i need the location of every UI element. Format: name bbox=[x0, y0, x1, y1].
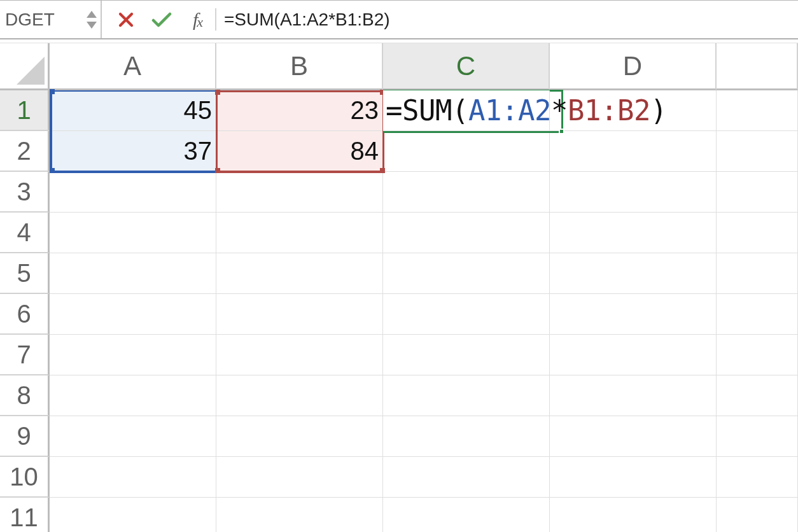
cell-C1[interactable]: =SUM(A1:A2*B1:B2) bbox=[383, 90, 550, 131]
fx-label[interactable]: fx bbox=[179, 1, 215, 38]
cell-D2[interactable] bbox=[550, 131, 717, 172]
cell[interactable] bbox=[50, 335, 216, 375]
cell[interactable] bbox=[550, 294, 717, 335]
column-headers: A B C D bbox=[50, 43, 798, 90]
cell[interactable] bbox=[216, 416, 383, 457]
column-header[interactable]: D bbox=[550, 43, 717, 90]
cell[interactable] bbox=[550, 416, 717, 457]
cell[interactable] bbox=[717, 253, 798, 294]
name-box-value: DGET bbox=[5, 10, 55, 30]
formula-input[interactable]: =SUM(A1:A2*B1:B2) bbox=[216, 1, 798, 38]
table-row bbox=[50, 294, 798, 335]
cell[interactable] bbox=[50, 375, 216, 416]
cell[interactable] bbox=[216, 498, 383, 532]
cell[interactable] bbox=[383, 213, 550, 253]
cell[interactable] bbox=[216, 213, 383, 253]
cell[interactable] bbox=[383, 335, 550, 375]
select-all-corner[interactable] bbox=[0, 43, 50, 90]
cell-B1[interactable]: 23 bbox=[216, 90, 383, 131]
cell[interactable] bbox=[717, 335, 798, 375]
column-header[interactable] bbox=[717, 43, 798, 90]
row-header[interactable]: 3 bbox=[0, 172, 50, 213]
chevron-up-icon[interactable] bbox=[87, 11, 97, 18]
cell[interactable] bbox=[216, 457, 383, 498]
enter-button[interactable] bbox=[144, 1, 179, 38]
cell[interactable] bbox=[50, 213, 216, 253]
cell[interactable] bbox=[50, 172, 216, 213]
cell[interactable] bbox=[50, 498, 216, 532]
name-box-stepper[interactable] bbox=[87, 11, 97, 29]
cell-B2[interactable]: 84 bbox=[216, 131, 383, 172]
cell[interactable] bbox=[216, 294, 383, 335]
cell[interactable] bbox=[550, 498, 717, 532]
table-row bbox=[50, 213, 798, 253]
table-row: 37 84 bbox=[50, 131, 798, 172]
chevron-down-icon[interactable] bbox=[87, 22, 97, 29]
check-icon bbox=[151, 11, 172, 29]
row-header[interactable]: 8 bbox=[0, 375, 50, 416]
cell[interactable] bbox=[717, 213, 798, 253]
cell[interactable] bbox=[50, 294, 216, 335]
column-header[interactable]: C bbox=[383, 43, 550, 90]
row-header[interactable]: 6 bbox=[0, 294, 50, 335]
cell[interactable] bbox=[216, 375, 383, 416]
table-row bbox=[50, 457, 798, 498]
cell[interactable] bbox=[383, 498, 550, 532]
cell[interactable] bbox=[550, 375, 717, 416]
formula-text: =SUM(A1:A2*B1:B2) bbox=[224, 10, 390, 30]
cell[interactable] bbox=[383, 416, 550, 457]
formula-bar: DGET fx =SUM(A1:A2*B1:B2) bbox=[0, 0, 798, 39]
row-header[interactable]: 11 bbox=[0, 498, 50, 532]
column-header[interactable]: A bbox=[50, 43, 216, 90]
table-row bbox=[50, 498, 798, 532]
cell[interactable] bbox=[383, 375, 550, 416]
table-row: 45 23 =SUM(A1:A2*B1:B2) bbox=[50, 90, 798, 131]
cell[interactable] bbox=[383, 457, 550, 498]
cell[interactable] bbox=[717, 498, 798, 532]
cancel-button[interactable] bbox=[108, 1, 144, 38]
cell[interactable] bbox=[550, 172, 717, 213]
table-row bbox=[50, 172, 798, 213]
row-header[interactable]: 4 bbox=[0, 213, 50, 253]
cell[interactable] bbox=[216, 172, 383, 213]
close-icon bbox=[118, 11, 134, 28]
row-header[interactable]: 9 bbox=[0, 416, 50, 457]
cell[interactable] bbox=[717, 172, 798, 213]
cell[interactable] bbox=[383, 172, 550, 213]
cell-A1[interactable]: 45 bbox=[50, 90, 216, 131]
name-box[interactable]: DGET bbox=[0, 1, 102, 38]
table-row bbox=[50, 335, 798, 375]
row-header[interactable]: 5 bbox=[0, 253, 50, 294]
cell-A2[interactable]: 37 bbox=[50, 131, 216, 172]
cell[interactable] bbox=[383, 253, 550, 294]
table-row bbox=[50, 253, 798, 294]
spreadsheet-grid: A B C D 1 2 3 4 5 6 7 8 9 10 11 45 23 =S… bbox=[0, 39, 798, 532]
cell[interactable] bbox=[383, 294, 550, 335]
cell-E2[interactable] bbox=[717, 131, 798, 172]
cell[interactable] bbox=[717, 294, 798, 335]
cell[interactable] bbox=[550, 253, 717, 294]
table-row bbox=[50, 416, 798, 457]
row-header[interactable]: 1 bbox=[0, 90, 50, 131]
cell[interactable] bbox=[717, 375, 798, 416]
cell[interactable] bbox=[50, 457, 216, 498]
table-row bbox=[50, 375, 798, 416]
row-header[interactable]: 10 bbox=[0, 457, 50, 498]
cell[interactable] bbox=[216, 253, 383, 294]
row-headers: 1 2 3 4 5 6 7 8 9 10 11 bbox=[0, 90, 50, 532]
cell[interactable] bbox=[216, 335, 383, 375]
cell-E1[interactable] bbox=[717, 90, 798, 131]
cell[interactable] bbox=[550, 335, 717, 375]
cell[interactable] bbox=[550, 457, 717, 498]
column-header[interactable]: B bbox=[216, 43, 383, 90]
cell-C2[interactable] bbox=[383, 131, 550, 172]
cells-area[interactable]: 45 23 =SUM(A1:A2*B1:B2) 37 84 bbox=[50, 90, 798, 532]
cell[interactable] bbox=[50, 253, 216, 294]
cell[interactable] bbox=[50, 416, 216, 457]
cell[interactable] bbox=[550, 213, 717, 253]
row-header[interactable]: 7 bbox=[0, 335, 50, 375]
row-header[interactable]: 2 bbox=[0, 131, 50, 172]
cell[interactable] bbox=[717, 416, 798, 457]
cell-C1-formula: =SUM(A1:A2*B1:B2) bbox=[386, 94, 667, 127]
cell[interactable] bbox=[717, 457, 798, 498]
